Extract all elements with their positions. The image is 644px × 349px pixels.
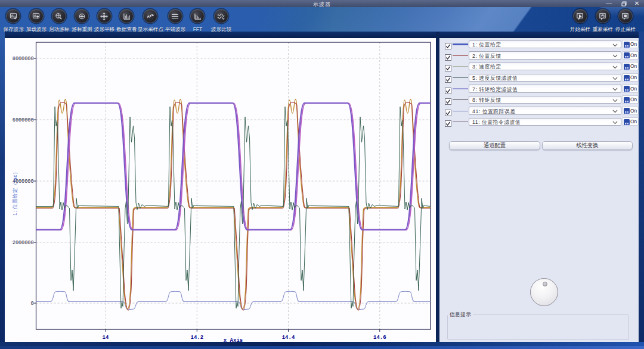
svg-text:14.2: 14.2 [190,335,203,341]
svg-text:6000000: 6000000 [13,117,34,123]
svg-text:0: 0 [30,301,33,307]
svg-text:14: 14 [103,335,109,341]
svg-text:8000000: 8000000 [13,56,34,62]
svg-text:14.6: 14.6 [373,335,386,341]
svg-text:4000000: 4000000 [13,179,34,185]
svg-text:14.4: 14.4 [282,335,295,341]
svg-text:2000000: 2000000 [13,240,34,246]
